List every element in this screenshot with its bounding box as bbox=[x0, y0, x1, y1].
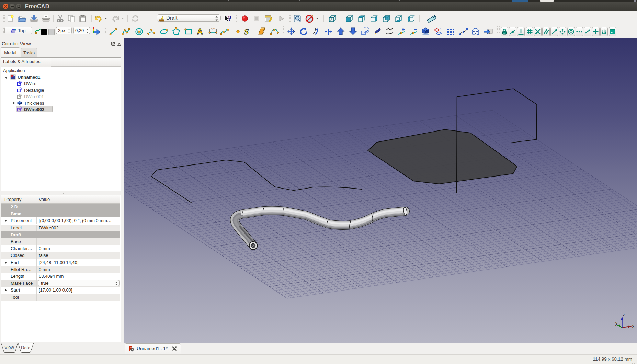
svg-text:1,00: 1,00 bbox=[211, 27, 215, 30]
svg-text:View: View bbox=[4, 345, 14, 350]
svg-text:?: ? bbox=[228, 15, 232, 23]
svg-text:y: y bbox=[615, 321, 617, 326]
svg-text:A: A bbox=[197, 27, 203, 36]
svg-text:Data: Data bbox=[21, 345, 31, 350]
svg-text:x: x bbox=[632, 324, 634, 329]
svg-text:S: S bbox=[244, 27, 249, 36]
svg-text:z: z bbox=[623, 312, 625, 317]
